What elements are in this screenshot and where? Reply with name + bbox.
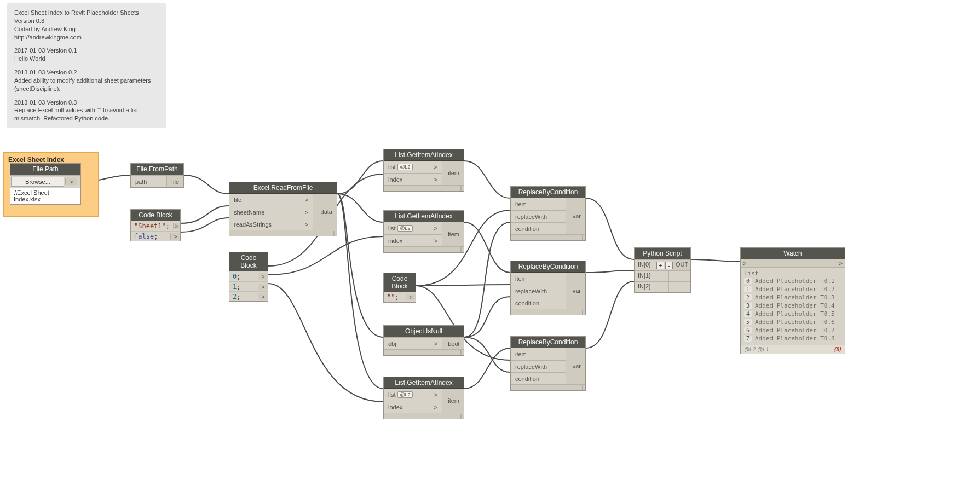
watch-index: 7 [744, 336, 752, 342]
code-output[interactable]: > [258, 273, 268, 280]
code-output[interactable]: > [258, 293, 268, 300]
lacing-indicator: | [384, 246, 464, 252]
node-header[interactable]: ReplaceByCondition [511, 337, 585, 348]
node-file-path[interactable]: File Path Browse... > .\Excel Sheet Inde… [10, 163, 81, 205]
input-condition[interactable]: condition [511, 297, 566, 309]
lacing-indicator: | [384, 349, 464, 355]
watch-item: Added Placeholder T0.6 [755, 319, 835, 326]
note-line: Version 0.3 [14, 17, 159, 25]
watch-index: 2 [744, 294, 752, 300]
output-bool[interactable]: bool [442, 338, 464, 349]
node-python-script[interactable]: Python Script IN[0] + - OUT IN[1] IN[2] [634, 247, 691, 293]
input-in0[interactable]: IN[0] [635, 260, 656, 270]
output-var[interactable]: var [566, 198, 585, 234]
output-item[interactable]: item [442, 389, 464, 413]
node-get-item-at-index-3[interactable]: List.GetItemAtIndex list @L2 > index> it… [383, 377, 464, 419]
input-list[interactable]: list @L2 > [384, 389, 442, 401]
output-port[interactable]: > [65, 178, 77, 185]
input-replace-with[interactable]: replaceWith [511, 211, 566, 222]
code-text[interactable]: "Sheet1" [134, 222, 166, 230]
node-watch[interactable]: Watch > > List 0Added Placeholder T0.1 1… [740, 247, 845, 354]
input-path[interactable]: path [131, 176, 166, 187]
input-replace-with[interactable]: replaceWith [511, 285, 566, 297]
node-code-block-empty-string[interactable]: Code Block ""; > [383, 273, 416, 303]
node-header[interactable]: List.GetItemAtIndex [384, 377, 464, 389]
input-sheetname[interactable]: sheetName> [229, 206, 313, 218]
code-text[interactable]: "" [387, 293, 395, 301]
node-replace-by-condition-3[interactable]: ReplaceByCondition item replaceWith cond… [510, 336, 586, 391]
input-index[interactable]: index> [384, 235, 442, 246]
input-item[interactable]: item [511, 348, 566, 360]
output-item[interactable]: item [442, 222, 464, 246]
watch-input-chevron[interactable]: > [743, 260, 746, 267]
node-get-item-at-index-2[interactable]: List.GetItemAtIndex list @L2 > index> it… [383, 210, 464, 253]
lacing-pill[interactable]: @L2 [397, 391, 412, 398]
node-replace-by-condition-1[interactable]: ReplaceByCondition item replaceWith cond… [510, 186, 586, 241]
code-output[interactable]: > [170, 233, 180, 240]
node-header[interactable]: ReplaceByCondition [511, 261, 585, 273]
node-header[interactable]: Code Block [384, 273, 416, 292]
code-output[interactable]: > [258, 284, 268, 290]
watch-item: Added Placeholder T0.5 [755, 310, 835, 317]
input-item[interactable]: item [511, 198, 566, 210]
input-replace-with[interactable]: replaceWith [511, 361, 566, 372]
node-get-item-at-index-1[interactable]: List.GetItemAtIndex list @L2 > index> it… [383, 149, 464, 192]
lacing-indicator: | [384, 185, 464, 191]
node-header[interactable]: Code Block [229, 252, 268, 271]
node-header[interactable]: List.GetItemAtIndex [384, 211, 464, 222]
input-condition[interactable]: condition [511, 223, 566, 234]
input-index[interactable]: index> [384, 174, 442, 185]
node-object-is-null[interactable]: Object.IsNull obj> bool | [383, 325, 464, 356]
input-list[interactable]: list @L2 > [384, 161, 442, 173]
node-header[interactable]: List.GetItemAtIndex [384, 149, 464, 161]
node-header[interactable]: Python Script [635, 248, 690, 259]
info-note: Excel Sheet Index to Revit Placeholder S… [7, 3, 166, 128]
node-header[interactable]: File Path [10, 164, 80, 175]
input-in2[interactable]: IN[2] [635, 282, 661, 292]
node-header[interactable]: Object.IsNull [384, 326, 464, 337]
watch-index: 6 [744, 327, 752, 333]
watch-level-label: @L2 @L1 [744, 346, 769, 352]
add-input-button[interactable]: + [656, 262, 664, 269]
input-file[interactable]: file> [229, 194, 313, 206]
lacing-pill[interactable]: @L2 [397, 164, 412, 170]
remove-input-button[interactable]: - [665, 262, 673, 269]
node-replace-by-condition-2[interactable]: ReplaceByCondition item replaceWith cond… [510, 261, 586, 315]
note-line: Coded by Andrew King [14, 25, 159, 33]
input-index[interactable]: index> [384, 401, 442, 413]
watch-item: Added Placeholder T0.4 [755, 302, 835, 309]
output-data[interactable]: data [313, 194, 337, 230]
output-item[interactable]: item [442, 161, 464, 185]
input-item[interactable]: item [511, 273, 566, 285]
node-file-from-path[interactable]: File.FromPath path file [130, 163, 184, 188]
input-in1[interactable]: IN[1] [635, 271, 661, 281]
browse-button[interactable]: Browse... [11, 177, 64, 187]
node-code-block-indices[interactable]: Code Block 0;> 1;> 2;> [229, 252, 268, 302]
code-text[interactable]: false [134, 233, 154, 240]
code-output[interactable]: > [173, 223, 180, 229]
input-obj[interactable]: obj> [384, 338, 442, 349]
node-header[interactable]: Code Block [131, 210, 180, 221]
output-out[interactable]: OUT [673, 260, 690, 270]
node-header[interactable]: ReplaceByCondition [511, 187, 585, 198]
note-line: 2013-01-03 Version 0.2 [14, 68, 159, 77]
node-header[interactable]: File.FromPath [131, 164, 183, 175]
node-code-block-sheet[interactable]: Code Block "Sheet1"; > false; > [130, 209, 181, 241]
note-line: Replace Excel null values with "" to avo… [14, 106, 159, 123]
input-readasstrings[interactable]: readAsStrings> [229, 218, 313, 230]
output-var[interactable]: var [566, 348, 585, 384]
watch-output-chevron[interactable]: > [839, 260, 843, 267]
watch-index: 4 [744, 311, 752, 317]
output-file[interactable]: file [166, 176, 183, 187]
output-var[interactable]: var [566, 273, 585, 309]
node-excel-read-from-file[interactable]: Excel.ReadFromFile file> sheetName> read… [229, 182, 337, 236]
watch-item: Added Placeholder T0.8 [755, 335, 835, 342]
code-output[interactable]: > [406, 294, 416, 300]
node-header[interactable]: Excel.ReadFromFile [229, 182, 337, 194]
node-header[interactable]: Watch [741, 248, 845, 259]
watch-index: 5 [744, 319, 752, 325]
input-condition[interactable]: condition [511, 373, 566, 384]
lacing-pill[interactable]: @L2 [397, 225, 412, 232]
note-line: Added ability to modify additional sheet… [14, 77, 159, 93]
input-list[interactable]: list @L2 > [384, 222, 442, 234]
